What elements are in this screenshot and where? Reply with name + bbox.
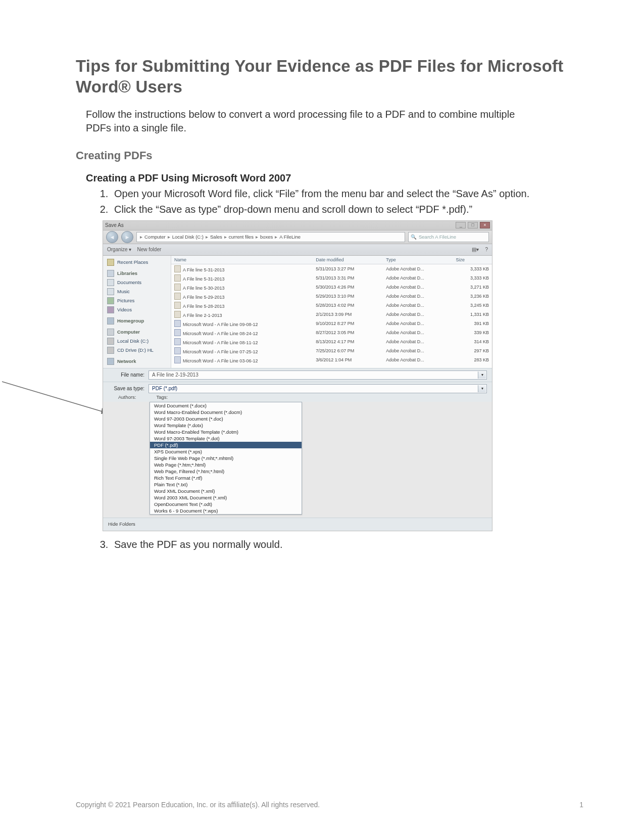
saveastype-label: Save as type: (108, 386, 144, 391)
table-row[interactable]: A File line 2-1-20132/1/2013 3:09 PMAdob… (171, 310, 492, 319)
step-2: Click the “Save as type” drop-down menu … (111, 203, 546, 217)
saveastype-option[interactable]: Word 97-2003 Template (*.dot) (150, 435, 302, 442)
breadcrumb-item[interactable]: current files (229, 234, 254, 240)
file-icon (174, 265, 181, 272)
documents-icon (107, 279, 114, 286)
sidebar-group-libraries[interactable]: Libraries (103, 269, 171, 278)
filename-input[interactable]: A File line 2-19-2013 ▾ (148, 370, 487, 380)
svg-line-0 (2, 382, 107, 413)
table-row[interactable]: Microsoft Word - A File Line 09-08-129/1… (171, 319, 492, 328)
organize-button[interactable]: Organize ▾ (107, 247, 131, 252)
close-button[interactable]: × (480, 222, 490, 228)
search-placeholder: Search A FileLine (419, 234, 456, 240)
column-date[interactable]: Date modified (313, 256, 383, 264)
saveastype-option[interactable]: Word Document (*.docx) (150, 402, 302, 409)
saveastype-option[interactable]: XPS Document (*.xps) (150, 448, 302, 455)
sidebar-item-localdisk[interactable]: Local Disk (C:) (103, 337, 171, 346)
file-icon (174, 338, 181, 345)
hide-folders-button[interactable]: Hide Folders (108, 521, 135, 527)
file-list-table: Name Date modified Type Size A File line… (171, 256, 492, 364)
table-row[interactable]: A File line 5-28-20135/28/2013 4:02 PMAd… (171, 301, 492, 310)
saveastype-dropdown-list[interactable]: Word Document (*.docx)Word Macro-Enabled… (150, 402, 302, 515)
saveastype-option[interactable]: OpenDocument Text (*.odt) (150, 501, 302, 507)
view-button[interactable]: ▤▾ (472, 247, 479, 252)
file-icon (174, 329, 181, 336)
libraries-icon (107, 270, 114, 277)
table-row[interactable]: Microsoft Word - A File Line 08-11-128/1… (171, 337, 492, 346)
steps-list-continued: Save the PDF as you normally would. (96, 538, 546, 552)
step-1: Open your Microsoft Word file, click “Fi… (111, 187, 546, 201)
saveastype-option[interactable]: Word 97-2003 Document (*.doc) (150, 415, 302, 422)
saveastype-dropdown-caret[interactable]: ▾ (478, 385, 486, 392)
search-input[interactable]: 🔍 Search A FileLine (408, 232, 489, 242)
saveastype-option[interactable]: Word Template (*.dotx) (150, 422, 302, 429)
breadcrumb-item[interactable]: Sales (210, 234, 222, 240)
search-icon: 🔍 (411, 234, 417, 240)
disk-icon (107, 338, 114, 345)
nav-back-button[interactable]: ◄ (106, 231, 118, 243)
table-row[interactable]: A File line 5-29-20135/29/2013 3:10 PMAd… (171, 292, 492, 301)
saveastype-option[interactable]: Word 2003 XML Document (*.xml) (150, 494, 302, 501)
window-controls: _ □ × (455, 222, 490, 228)
saveastype-option[interactable]: Works 6 - 9 Document (*.wps) (150, 507, 302, 514)
tags-label: Tags: (156, 394, 168, 400)
sidebar-item-pictures[interactable]: Pictures (103, 296, 171, 305)
file-icon (174, 293, 181, 300)
subsection-heading-word-2007: Creating a PDF Using Microsoft Word 2007 (86, 172, 583, 184)
copyright-text: Copyright © 2021 Pearson Education, Inc.… (76, 801, 320, 809)
table-row[interactable]: Microsoft Word - A File Line 08-24-128/2… (171, 328, 492, 337)
filename-label: File name: (108, 372, 144, 378)
minimize-button[interactable]: _ (456, 222, 466, 228)
saveastype-option[interactable]: Word Macro-Enabled Document (*.docm) (150, 409, 302, 415)
window-title: Save As (105, 222, 124, 228)
saveastype-option[interactable]: PDF (*.pdf) (150, 442, 302, 448)
computer-icon (107, 329, 114, 336)
column-size[interactable]: Size (453, 256, 492, 264)
saveastype-option[interactable]: Web Page, Filtered (*.htm;*.html) (150, 468, 302, 475)
new-folder-button[interactable]: New folder (137, 247, 161, 252)
table-row[interactable]: A File line 5-31-20135/31/2013 3:31 PMAd… (171, 273, 492, 283)
table-row[interactable]: Microsoft Word - A File Line 03-06-123/6… (171, 355, 492, 364)
saveastype-select[interactable]: PDF (*.pdf) ▾ (148, 384, 487, 393)
file-icon (174, 302, 181, 309)
file-icon (174, 274, 181, 282)
sidebar-group-network[interactable]: Network (103, 357, 171, 366)
table-row[interactable]: A File line 5-30-20135/30/2013 4:26 PMAd… (171, 283, 492, 292)
page-number: 1 (579, 801, 583, 809)
sidebar-item-videos[interactable]: Videos (103, 305, 171, 314)
help-button[interactable]: ? (485, 247, 488, 252)
sidebar-item-recent[interactable]: Recent Places (103, 258, 171, 267)
saveastype-option[interactable]: Plain Text (*.txt) (150, 481, 302, 488)
filename-dropdown-caret[interactable]: ▾ (478, 372, 486, 379)
saveastype-option[interactable]: Word Macro-Enabled Template (*.dotm) (150, 429, 302, 435)
sidebar-item-documents[interactable]: Documents (103, 278, 171, 287)
sidebar-item-music[interactable]: Music (103, 287, 171, 296)
saveastype-option[interactable]: Word XML Document (*.xml) (150, 488, 302, 494)
table-row[interactable]: A File line 5-31-20135/31/2013 3:27 PMAd… (171, 264, 492, 273)
saveas-dialog-screenshot: Save As _ □ × ◄ ► ▸ Computer▸ Local Disk… (103, 221, 492, 531)
saveastype-option[interactable]: Single File Web Page (*.mht;*.mhtml) (150, 455, 302, 461)
saveastype-option[interactable]: Rich Text Format (*.rtf) (150, 475, 302, 481)
sidebar-item-cd[interactable]: CD Drive (D:) HL (103, 346, 171, 355)
breadcrumb-item[interactable]: boxes (260, 234, 273, 240)
column-type[interactable]: Type (383, 256, 453, 264)
pictures-icon (107, 297, 114, 304)
maximize-button[interactable]: □ (468, 222, 478, 228)
step-3: Save the PDF as you normally would. (111, 538, 546, 552)
saveastype-option[interactable]: Web Page (*.htm;*.html) (150, 461, 302, 468)
music-icon (107, 288, 114, 295)
breadcrumb-item[interactable]: Computer (144, 234, 166, 240)
sidebar-group-computer[interactable]: Computer (103, 328, 171, 337)
breadcrumb[interactable]: ▸ Computer▸ Local Disk (C:)▸ Sales▸ curr… (136, 232, 405, 242)
table-row[interactable]: Microsoft Word - A File Line 07-25-127/2… (171, 346, 492, 355)
breadcrumb-item[interactable]: A FileLine (279, 234, 301, 240)
sidebar-group-homegroup[interactable]: Homegroup (103, 316, 171, 326)
file-icon (174, 311, 181, 318)
nav-forward-button[interactable]: ► (121, 231, 133, 243)
column-name[interactable]: Name (171, 256, 313, 264)
breadcrumb-item[interactable]: Local Disk (C:) (172, 234, 204, 240)
file-icon (174, 356, 181, 363)
cd-icon (107, 347, 114, 354)
callout-arrow (2, 378, 113, 418)
steps-list: Open your Microsoft Word file, click “Fi… (96, 187, 546, 217)
